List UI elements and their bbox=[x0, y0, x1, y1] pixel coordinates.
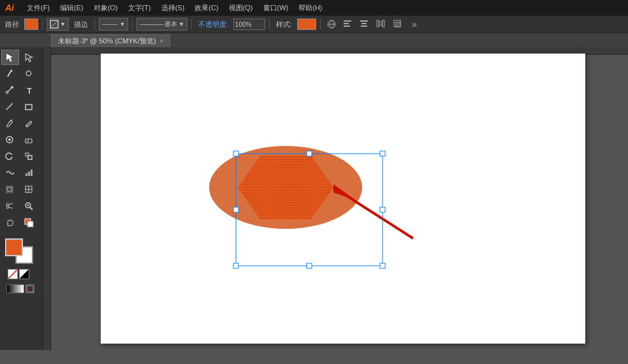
svg-point-34 bbox=[6, 203, 9, 206]
zoom-tool[interactable] bbox=[20, 199, 38, 214]
svg-rect-43 bbox=[27, 221, 33, 227]
selection-tool[interactable] bbox=[1, 50, 19, 65]
more-btn[interactable]: » bbox=[407, 17, 421, 31]
handle-ml[interactable] bbox=[233, 207, 238, 212]
svg-line-46 bbox=[27, 286, 33, 292]
svg-rect-27 bbox=[28, 171, 30, 176]
type-tool[interactable]: T bbox=[20, 83, 38, 98]
menu-file[interactable]: 文件(F) bbox=[22, 2, 55, 14]
divider5 bbox=[269, 18, 270, 30]
svg-rect-14 bbox=[396, 22, 400, 27]
tab-title: 未标题-3* @ 50% (CMYK/预览) bbox=[58, 36, 156, 46]
scissors-tool[interactable] bbox=[1, 199, 19, 214]
divider6 bbox=[320, 18, 321, 30]
slice-tool[interactable] bbox=[20, 182, 38, 198]
style-label: 样式: bbox=[274, 20, 295, 29]
style-swatch[interactable] bbox=[297, 18, 316, 30]
canvas-area[interactable] bbox=[43, 47, 628, 350]
menu-effect[interactable]: 效果(C) bbox=[189, 2, 223, 14]
warp-tool[interactable] bbox=[1, 166, 19, 181]
svg-point-16 bbox=[11, 86, 13, 89]
transform-btn[interactable] bbox=[391, 17, 405, 31]
svg-point-21 bbox=[8, 138, 11, 141]
menu-object[interactable]: 对象(O) bbox=[89, 2, 123, 14]
handle-bm[interactable] bbox=[307, 263, 312, 268]
tab-bar: 未标题-3* @ 50% (CMYK/预览) × bbox=[0, 33, 628, 47]
menu-select[interactable]: 选择(S) bbox=[156, 2, 190, 14]
artwork-canvas bbox=[101, 54, 585, 344]
stroke-mode-label: 描边 bbox=[71, 20, 91, 29]
tool-row-5 bbox=[1, 116, 41, 131]
fill-color-swatch[interactable] bbox=[24, 18, 38, 30]
menu-view[interactable]: 视图(Q) bbox=[224, 2, 258, 14]
divider4 bbox=[191, 18, 192, 30]
handle-br[interactable] bbox=[380, 263, 385, 268]
pen-tool[interactable] bbox=[1, 83, 19, 98]
rect-tool[interactable] bbox=[20, 99, 38, 115]
svg-rect-28 bbox=[31, 170, 33, 176]
menu-help[interactable]: 帮助(H) bbox=[293, 2, 327, 14]
opacity-label: 不透明度: bbox=[196, 20, 231, 29]
opacity-input[interactable] bbox=[233, 18, 265, 30]
svg-line-37 bbox=[9, 207, 13, 208]
paintbrush-tool[interactable] bbox=[1, 116, 19, 131]
hand-tool[interactable] bbox=[1, 215, 19, 231]
svg-rect-4 bbox=[344, 20, 351, 22]
stroke-btn[interactable]: ▼ bbox=[47, 18, 69, 31]
magic-wand-tool[interactable] bbox=[1, 66, 19, 82]
svg-line-18 bbox=[6, 103, 13, 110]
tool-row-10 bbox=[1, 199, 41, 214]
menu-edit[interactable]: 编辑(E) bbox=[55, 2, 89, 14]
color-swatches-area bbox=[1, 236, 41, 296]
handle-tm[interactable] bbox=[307, 151, 312, 156]
foreground-color-swatch[interactable] bbox=[5, 238, 23, 256]
none-swatch[interactable] bbox=[8, 269, 18, 279]
distribute-btn[interactable] bbox=[374, 17, 388, 31]
rotate-tool[interactable] bbox=[1, 149, 19, 164]
direct-selection-tool[interactable] bbox=[20, 50, 38, 65]
tool-row-6 bbox=[1, 133, 41, 148]
svg-rect-7 bbox=[360, 20, 368, 22]
tab-close-btn[interactable]: × bbox=[160, 38, 164, 45]
svg-rect-12 bbox=[383, 20, 384, 27]
options-toolbar: 路径 ▼ 描边 ──── ▼ ────── 基本 ▼ 不透明度: 样式: » bbox=[0, 15, 628, 33]
divider1 bbox=[42, 18, 43, 30]
handle-bl[interactable] bbox=[233, 263, 238, 268]
svg-rect-9 bbox=[361, 25, 367, 27]
handle-tr[interactable] bbox=[380, 151, 385, 156]
svg-rect-5 bbox=[344, 23, 349, 24]
tool-row-1 bbox=[1, 50, 41, 65]
align-left-btn[interactable] bbox=[341, 17, 355, 31]
artboard-tool[interactable] bbox=[1, 182, 19, 198]
graph-tool[interactable] bbox=[20, 166, 38, 181]
handle-mr[interactable] bbox=[380, 207, 385, 212]
menu-type[interactable]: 文字(T) bbox=[123, 2, 156, 14]
svg-point-35 bbox=[6, 206, 9, 208]
tool-row-8 bbox=[1, 166, 41, 181]
stroke-style-select[interactable]: ──── ▼ bbox=[99, 18, 128, 31]
svg-rect-19 bbox=[26, 105, 32, 110]
gradient-swatch[interactable] bbox=[6, 284, 24, 293]
line-type-btn[interactable]: ────── 基本 ▼ bbox=[136, 18, 187, 31]
lasso-tool[interactable] bbox=[20, 66, 38, 82]
none-icon[interactable] bbox=[26, 284, 34, 293]
svg-rect-22 bbox=[26, 139, 32, 143]
tool-row-9 bbox=[1, 182, 41, 198]
scale-tool[interactable] bbox=[20, 149, 38, 164]
line-tool[interactable] bbox=[1, 99, 19, 115]
svg-rect-6 bbox=[344, 25, 350, 27]
fill-indicator-tool[interactable] bbox=[20, 215, 38, 231]
divider2 bbox=[94, 18, 95, 30]
handle-tl[interactable] bbox=[233, 151, 238, 156]
pencil-tool[interactable] bbox=[20, 116, 38, 131]
black-white-swatch[interactable] bbox=[19, 269, 29, 279]
align-center-btn[interactable] bbox=[358, 17, 372, 31]
svg-rect-11 bbox=[379, 22, 382, 25]
blob-brush-tool[interactable] bbox=[1, 133, 19, 148]
globe-icon-btn[interactable] bbox=[325, 17, 339, 31]
eraser-tool[interactable] bbox=[20, 133, 38, 148]
tool-row-11 bbox=[1, 215, 41, 231]
document-tab[interactable]: 未标题-3* @ 50% (CMYK/预览) × bbox=[51, 34, 170, 47]
menu-window[interactable]: 窗口(W) bbox=[258, 2, 294, 14]
svg-rect-30 bbox=[8, 187, 11, 191]
